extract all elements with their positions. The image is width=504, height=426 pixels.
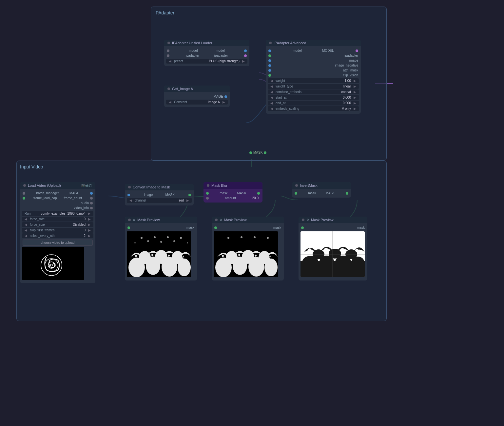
- end-left[interactable]: ◀: [269, 101, 274, 105]
- preset-arrow-right[interactable]: ▶: [241, 59, 246, 63]
- weight-left[interactable]: ◀: [269, 79, 274, 83]
- ctrl-channel[interactable]: ◀ channel red ▶: [127, 198, 192, 203]
- advanced-header-dot: [269, 42, 272, 44]
- mp1-body: mask: [125, 223, 197, 281]
- invert-mask-title: InvertMask: [300, 184, 318, 187]
- port-adv-clip: clip_vision: [266, 73, 361, 78]
- dot-blur-mask-out: [257, 192, 260, 195]
- ctrl-embeds[interactable]: ◀ embeds_scaling V only ▶: [268, 106, 359, 111]
- ctrl-run[interactable]: Run comfy_examples_1090_0.mp4 ▶: [22, 211, 93, 216]
- ch-right[interactable]: ▶: [185, 199, 190, 202]
- svg-point-49: [267, 237, 269, 239]
- combine-right[interactable]: ▶: [352, 90, 358, 94]
- dot-audio: [90, 202, 93, 204]
- svg-point-25: [134, 242, 136, 243]
- embeds-right[interactable]: ▶: [352, 107, 358, 110]
- ctrl-weight-type[interactable]: ◀ weight_type linear ▶: [268, 84, 359, 89]
- advanced-title: IPAdapter Advanced: [274, 41, 306, 45]
- ctrl-combine[interactable]: ◀ combine_embeds concat ▶: [268, 89, 359, 94]
- fs-value: Disabled: [71, 223, 87, 226]
- ctrl-constant[interactable]: ◀ Constant Image A ▶: [166, 100, 228, 105]
- port-label-model-out: model: [216, 49, 225, 52]
- sel-left[interactable]: ◀: [23, 234, 29, 238]
- load-video-body: batch_manager IMAGE frame_load_cap frame…: [20, 189, 95, 283]
- port-image-out: IMAGE: [164, 94, 230, 99]
- svg-point-26: [147, 240, 149, 242]
- end-value: 0.900: [341, 101, 352, 105]
- const-right[interactable]: ▶: [221, 100, 226, 104]
- mask-preview-image-1: [127, 231, 191, 277]
- load-video-title: Load Video (Upload): [28, 184, 61, 187]
- unified-loader-header: IPAdapter Unified Loader: [164, 40, 249, 46]
- convert-mask-body: image MASK ◀ channel red ▶: [125, 190, 194, 205]
- svg-point-60: [308, 248, 312, 252]
- fr-left[interactable]: ◀: [23, 217, 29, 221]
- sel-right[interactable]: ▶: [87, 234, 92, 238]
- label-video-info: video_info: [74, 206, 89, 210]
- unified-loader-title: IPAdapter Unified Loader: [172, 41, 212, 45]
- node-mask-preview-3: ⚙ Mask Preview mask: [299, 217, 367, 281]
- preset-arrow-left[interactable]: ◀: [167, 59, 173, 63]
- mask-preview-svg-3: [300, 231, 365, 277]
- ch-left[interactable]: ◀: [128, 199, 133, 202]
- choose-video-btn[interactable]: choose video to upload: [23, 240, 93, 246]
- port-adv-model: model MODEL: [266, 48, 361, 53]
- mask-connector: MASK: [249, 151, 266, 154]
- ctrl-force-rate[interactable]: ◀ force_rate 0 ▶: [22, 217, 93, 222]
- svg-point-23: [167, 236, 169, 238]
- embeds-label: embeds_scaling: [274, 107, 340, 110]
- dot-cm-mask: [188, 194, 191, 196]
- input-video-title: Input Video: [20, 164, 383, 169]
- weight-value: 1.00: [343, 79, 352, 83]
- mask-dot-right: [264, 151, 266, 154]
- start-left[interactable]: ◀: [269, 96, 274, 99]
- label-adv-model: model: [293, 49, 301, 52]
- skip-right[interactable]: ▶: [87, 228, 92, 232]
- label-frame-count: frame_count: [64, 196, 82, 200]
- svg-point-45: [269, 256, 271, 257]
- run-right[interactable]: ▶: [87, 212, 92, 215]
- fr-right[interactable]: ▶: [87, 217, 92, 221]
- skip-left[interactable]: ◀: [23, 228, 29, 232]
- ctrl-skip[interactable]: ◀ skip_first_frames 0 ▶: [22, 228, 93, 233]
- preset-control[interactable]: ◀ preset PLUS (high strength) ▶: [166, 59, 247, 64]
- port-adv-ipadapter: ipadapter: [266, 53, 361, 58]
- port-adv-image-neg: image_negative: [266, 63, 361, 68]
- label-adv-image-neg: image_negative: [335, 64, 358, 67]
- mp1-icon: ⚙: [133, 218, 135, 222]
- port-dot-model-out: [244, 49, 247, 52]
- dot-adv-image: [268, 59, 271, 62]
- svg-point-14: [135, 255, 137, 257]
- wt-right[interactable]: ▶: [352, 85, 358, 88]
- mp2-title: Mask Preview: [224, 218, 246, 222]
- svg-point-61: [324, 248, 328, 252]
- mp1-dot: [128, 219, 131, 221]
- port-mp1-mask: mask: [125, 225, 197, 230]
- combine-left[interactable]: ◀: [269, 90, 274, 94]
- fs-right[interactable]: ▶: [87, 223, 92, 226]
- weight-right[interactable]: ▶: [352, 79, 358, 83]
- ctrl-select[interactable]: ◀ select_every_nth 2 ▶: [22, 233, 93, 238]
- ctrl-weight[interactable]: ◀ weight 1.00 ▶: [268, 78, 359, 83]
- ctrl-force-size[interactable]: ◀ force_size Disabled ▶: [22, 222, 93, 227]
- mp2-icon: ⚙: [220, 218, 222, 222]
- mask-blur-header: Mask Blur: [204, 182, 262, 189]
- dot-batch: [23, 192, 25, 195]
- preset-value: PLUS (high strength): [208, 59, 241, 63]
- dot-inv-mask-out: [346, 192, 348, 195]
- wt-value: linear: [342, 85, 352, 88]
- ctrl-end[interactable]: ◀ end_at 0.900 ▶: [268, 101, 359, 106]
- start-right[interactable]: ▶: [352, 96, 358, 99]
- port-ipadapter: ipadapter ipadapter: [164, 53, 249, 58]
- ctrl-start[interactable]: ◀ start_at 0.000 ▶: [268, 95, 359, 100]
- load-video-icons: 📷📹🎵: [81, 184, 92, 187]
- embeds-left[interactable]: ◀: [269, 107, 274, 110]
- port-label-model-in: model: [189, 49, 198, 52]
- fs-left[interactable]: ◀: [23, 223, 29, 226]
- node-mask-blur: Mask Blur mask MASK amount 20.0: [204, 182, 262, 203]
- preset-label: preset: [173, 59, 208, 63]
- label-image-r: IMAGE: [68, 191, 79, 195]
- end-right[interactable]: ▶: [352, 101, 358, 105]
- wt-left[interactable]: ◀: [269, 85, 274, 88]
- const-left[interactable]: ◀: [167, 100, 173, 104]
